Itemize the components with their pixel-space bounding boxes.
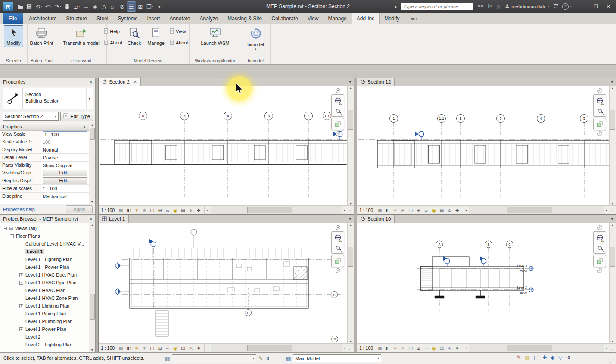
steering-wheel-icon[interactable]: 2D bbox=[333, 96, 343, 105]
active-workset-select[interactable]: ▾ bbox=[172, 354, 256, 362]
text-icon[interactable]: A bbox=[100, 2, 109, 11]
transmit-model-button[interactable]: Transmit a model bbox=[60, 25, 102, 47]
select-pinned-toggle-icon[interactable]: ✚ bbox=[542, 355, 547, 361]
visual-style-icon[interactable]: ◧ bbox=[125, 207, 132, 213]
analytical-model-icon[interactable]: ◬ bbox=[446, 207, 453, 213]
horizontal-scrollbar[interactable]: ◂▸ bbox=[204, 344, 348, 352]
temporary-hide-isolate-icon[interactable]: ∞ bbox=[423, 207, 429, 213]
active-design-option-select[interactable]: Main Model▾ bbox=[293, 354, 381, 362]
crop-view-icon[interactable]: ▢ bbox=[149, 345, 156, 351]
view-tab[interactable]: Section 12 bbox=[357, 78, 395, 86]
resize-grip-icon[interactable]: ⋰ bbox=[610, 358, 614, 363]
tree-item[interactable]: Level 1 Plumbing Plan bbox=[0, 317, 89, 325]
design-options-icon[interactable]: ▦ bbox=[286, 355, 291, 361]
minimize-button[interactable]: — bbox=[579, 2, 589, 11]
analytical-model-icon[interactable]: ◬ bbox=[187, 207, 194, 213]
revit-logo-icon[interactable]: R bbox=[3, 2, 13, 11]
resize-grip-icon[interactable]: ⋰ bbox=[348, 208, 354, 212]
analytical-model-icon[interactable]: ◬ bbox=[187, 345, 194, 351]
reveal-hidden-icon[interactable]: ◉ bbox=[430, 207, 437, 213]
panel-label-select[interactable]: Select▾ bbox=[0, 57, 27, 64]
project-browser-header[interactable]: Project Browser - MEP Sample.rvt ✕ bbox=[0, 215, 95, 223]
property-value[interactable]: Normal bbox=[41, 146, 89, 153]
tree-expand-icon[interactable]: − bbox=[10, 234, 14, 238]
tab-annotate[interactable]: Annotate bbox=[165, 13, 195, 24]
check-button[interactable]: Check bbox=[125, 25, 143, 47]
property-value[interactable]: Coarse bbox=[41, 154, 89, 161]
zoom-icon[interactable]: ▾ bbox=[333, 243, 343, 252]
edit-type-button[interactable]: Edit Type bbox=[60, 112, 93, 121]
view-scale-button[interactable]: 1 : 100 bbox=[359, 345, 373, 351]
tag-icon[interactable]: ◈ bbox=[91, 2, 100, 11]
vertical-scrollbar[interactable]: ▲▼ bbox=[347, 86, 354, 205]
view-tab-menu-icon[interactable]: ▾ bbox=[608, 78, 616, 86]
about-button[interactable]: About bbox=[103, 39, 124, 46]
select-links-toggle-icon[interactable]: ▢ bbox=[534, 355, 538, 361]
sun-path-icon[interactable]: ✶ bbox=[392, 345, 398, 351]
tab-add-ins[interactable]: Add-Ins bbox=[352, 13, 380, 24]
switch-windows-icon[interactable]: ❐▾ bbox=[145, 2, 155, 11]
ribbon-options-icon[interactable]: ▭▾ bbox=[411, 16, 417, 24]
properties-help-link[interactable]: Properties help bbox=[3, 207, 35, 212]
filter-icon[interactable]: ▽ bbox=[559, 355, 563, 361]
view-tab-menu-icon[interactable]: ▾ bbox=[346, 215, 354, 223]
property-value[interactable]: 1 : 100 bbox=[41, 131, 89, 138]
steering-wheel-icon[interactable]: 2D bbox=[594, 96, 605, 105]
tab-modify[interactable]: Modify bbox=[380, 13, 404, 24]
save-icon[interactable] bbox=[25, 2, 34, 11]
undo-icon[interactable]: ↶▾ bbox=[44, 2, 53, 11]
section-icon[interactable]: ⊘ bbox=[118, 2, 127, 11]
tree-item[interactable]: Level 2 - Lighting Plan bbox=[0, 341, 89, 348]
show-crop-icon[interactable]: ⊞ bbox=[156, 207, 163, 213]
horizontal-scrollbar[interactable]: ◂▸ bbox=[463, 344, 610, 352]
tab-analyze[interactable]: Analyze bbox=[195, 13, 223, 24]
pan-tool-icon[interactable] bbox=[594, 119, 605, 129]
help-icon[interactable]: ? bbox=[562, 3, 569, 10]
property-value[interactable]: Edit... bbox=[41, 169, 89, 177]
shadows-icon[interactable]: ☀ bbox=[399, 207, 406, 213]
tab-architecture[interactable]: Architecture bbox=[24, 13, 61, 24]
navbar-dot-icon[interactable] bbox=[336, 225, 340, 230]
tab-systems[interactable]: Systems bbox=[113, 13, 142, 24]
tree-item[interactable]: Level 1 - Lighting Plan bbox=[0, 255, 89, 263]
manage-button[interactable]: Manage bbox=[145, 25, 167, 47]
pan-tool-icon[interactable] bbox=[333, 256, 343, 266]
apply-button[interactable]: Apply bbox=[66, 205, 93, 213]
tree-item[interactable]: Level 1 bbox=[0, 248, 89, 255]
navbar-dot-icon[interactable] bbox=[597, 225, 602, 230]
view-tab-menu-icon[interactable]: ▾ bbox=[608, 215, 616, 223]
close-button[interactable]: ✕ bbox=[603, 2, 613, 11]
view-scale-button[interactable]: 1 : 100 bbox=[101, 208, 115, 213]
resize-grip-icon[interactable]: ⋰ bbox=[610, 346, 616, 350]
tab-steel[interactable]: Steel bbox=[92, 13, 113, 24]
resize-grip-icon[interactable]: ⋰ bbox=[348, 346, 354, 350]
chevron-down-icon[interactable]: ▾ bbox=[255, 47, 257, 51]
tree-item[interactable]: Level 1 HVAC Plan bbox=[0, 286, 89, 294]
resize-grip-icon[interactable]: ⋰ bbox=[610, 208, 616, 212]
reveal-hidden-icon[interactable]: ◉ bbox=[430, 345, 437, 351]
group-header-graphics[interactable]: Graphics ▲ bbox=[0, 123, 89, 131]
property-value[interactable]: Mechanical bbox=[41, 193, 89, 200]
tab-structure[interactable]: Structure bbox=[61, 13, 92, 24]
bimodel-button[interactable]: bimodel ▾ bbox=[245, 25, 267, 52]
show-crop-icon[interactable]: ⊞ bbox=[415, 345, 422, 351]
close-icon[interactable]: ✕ bbox=[89, 217, 93, 221]
horizontal-scrollbar[interactable]: ◂▸ bbox=[463, 206, 610, 214]
tab-file[interactable]: File bbox=[3, 13, 23, 24]
sun-path-icon[interactable]: ✶ bbox=[133, 345, 140, 351]
displacement-icon[interactable]: ❖ bbox=[454, 207, 460, 213]
tab-massing-site[interactable]: Massing & Site bbox=[223, 13, 267, 24]
detail-level-icon[interactable]: ▥ bbox=[376, 345, 383, 351]
property-value[interactable]: 100 bbox=[41, 138, 89, 146]
temporary-hide-isolate-icon[interactable]: ∞ bbox=[164, 345, 171, 351]
navbar-dot-icon[interactable] bbox=[336, 88, 340, 93]
help-menu[interactable]: ?▾ bbox=[562, 3, 572, 10]
navbar-dot-icon[interactable] bbox=[336, 131, 340, 136]
vertical-scrollbar[interactable]: ▲▼ bbox=[609, 223, 616, 343]
detail-level-icon[interactable]: ▥ bbox=[376, 207, 383, 213]
browser-scrollbar[interactable]: ▲ ▼ bbox=[89, 223, 95, 352]
thin-lines-icon[interactable]: ☰ bbox=[127, 2, 136, 11]
crop-view-icon[interactable]: ▢ bbox=[407, 345, 414, 351]
tree-group-floor-plans[interactable]: −Floor Plans bbox=[0, 232, 89, 240]
show-crop-icon[interactable]: ⊞ bbox=[415, 207, 422, 213]
